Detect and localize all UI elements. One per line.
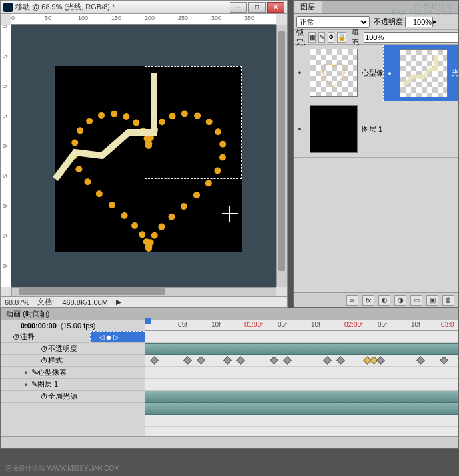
track-lane[interactable]	[145, 355, 458, 367]
window-title: 移动 @ 68.9% (光线, RGB/8) *	[15, 2, 229, 12]
status-bar: 68.87% 文档: 468.8K/1.06M ▶	[1, 296, 287, 307]
doc-size-label: 文档:	[33, 297, 58, 307]
link-icon[interactable]: ∞	[346, 295, 358, 306]
new-layer-icon[interactable]: ▣	[426, 295, 438, 306]
document-window: 移动 @ 68.9% (光线, RGB/8) * ─ □ ✕ 050100150…	[0, 0, 288, 308]
layer-thumbnail[interactable]	[310, 105, 358, 153]
track-label[interactable]: ▸ ✎ 图层 1	[1, 379, 145, 391]
layers-panel: PS教程论坛 BBS.16XX8.COM 图层 正常 不透明度: ▸ 锁定: ▦…	[293, 0, 459, 308]
tab-layers[interactable]: 图层	[294, 1, 322, 13]
trash-icon[interactable]: 🗑	[442, 295, 454, 306]
keyframe[interactable]	[440, 356, 448, 365]
minimize-button[interactable]: ─	[230, 2, 247, 13]
maximize-button[interactable]: □	[248, 2, 266, 13]
keyframe[interactable]	[183, 356, 192, 365]
scrollbar-vertical[interactable]	[276, 25, 287, 287]
visibility-icon[interactable]	[294, 69, 306, 76]
keyframe[interactable]	[270, 356, 278, 365]
tab-animation[interactable]: 动画 (时间轴)	[1, 308, 458, 320]
layer-list: 光线心型像素图层 1	[294, 45, 458, 292]
close-button[interactable]: ✕	[267, 2, 284, 13]
fill-label: 填充:	[352, 27, 361, 47]
keyframe[interactable]	[336, 356, 345, 365]
crosshair-cursor	[222, 206, 238, 222]
track-lane[interactable]	[145, 403, 458, 415]
ruler-horizontal[interactable]: 050100150200250300350400	[11, 14, 276, 25]
blend-mode-select[interactable]: 正常	[296, 16, 370, 28]
keyframe[interactable]	[416, 356, 425, 365]
folder-icon[interactable]: ▭	[410, 295, 422, 306]
opacity-label: 不透明度:	[374, 17, 405, 27]
adjustment-icon[interactable]: ◑	[394, 295, 406, 306]
track-label[interactable]: ⏱ 样式	[1, 355, 145, 367]
track-label[interactable]: ▸ ✎ 心型像素	[1, 367, 145, 379]
mask-icon[interactable]: ◐	[378, 295, 390, 306]
fill-input[interactable]	[364, 32, 458, 43]
visibility-icon[interactable]	[294, 126, 306, 132]
track-label[interactable]: ⏱ 不透明度	[1, 343, 145, 355]
visibility-icon[interactable]	[384, 70, 396, 77]
doc-size: 468.8K/1.06M	[58, 298, 112, 306]
track-lane[interactable]	[145, 415, 458, 427]
layer-name[interactable]: 光线	[452, 68, 458, 78]
watermark-top: PS教程论坛 BBS.16XX8.COM	[392, 2, 453, 17]
keyframe[interactable]	[376, 356, 385, 365]
ruler-vertical[interactable]: 050505050	[1, 25, 11, 287]
animation-panel: 动画 (时间轴) 05f10f01:00f05f10f02:00f05f10f0…	[0, 308, 459, 449]
timecode: 0:00:00:00	[21, 322, 57, 330]
layer-thumbnail[interactable]	[310, 49, 358, 97]
title-bar[interactable]: 移动 @ 68.9% (光线, RGB/8) * ─ □ ✕	[1, 1, 287, 14]
keyframe[interactable]	[323, 356, 332, 365]
layer-row[interactable]: 光线	[383, 45, 458, 101]
track-lane[interactable]	[145, 343, 458, 355]
layer-name[interactable]: 图层 1	[362, 124, 458, 134]
layers-footer: ∞ fx ◐ ◑ ▭ ▣ 🗑	[294, 292, 458, 307]
app-icon	[3, 3, 13, 12]
scrollbar-horizontal[interactable]	[11, 287, 276, 296]
zoom-level[interactable]: 68.87%	[1, 298, 33, 306]
timeline-ruler[interactable]: 05f10f01:00f05f10f02:00f05f10f03:0	[145, 320, 458, 331]
playhead[interactable]	[145, 318, 151, 324]
lock-move-icon[interactable]: ✥	[328, 32, 334, 43]
track-label[interactable]: ⏱ 全局光源	[1, 391, 145, 403]
track-lane[interactable]	[145, 379, 458, 391]
status-arrow-icon[interactable]: ▶	[112, 298, 125, 306]
watermark-bottom: 思缘设计论坛 WWW.MISSYUAN.COM	[5, 464, 120, 473]
lock-transparent-icon[interactable]: ▦	[308, 32, 316, 43]
layer-thumbnail[interactable]	[400, 49, 448, 97]
opacity-dropdown-icon[interactable]: ▸	[433, 17, 437, 26]
fx-icon[interactable]: fx	[362, 295, 374, 306]
keyframe[interactable]	[283, 356, 292, 365]
lock-all-icon[interactable]: 🔒	[337, 32, 346, 43]
keyframe[interactable]	[223, 356, 232, 365]
keyframe[interactable]	[197, 356, 205, 365]
lock-brush-icon[interactable]: ✎	[318, 32, 325, 43]
opacity-input[interactable]	[405, 17, 433, 27]
track-lane[interactable]	[145, 391, 458, 403]
animation-footer	[1, 436, 458, 448]
artwork	[55, 66, 242, 252]
canvas[interactable]	[11, 25, 276, 287]
track-lane[interactable]	[145, 367, 458, 379]
track-lane[interactable]	[145, 331, 458, 343]
keyframe[interactable]	[236, 356, 245, 365]
lock-label: 锁定:	[296, 27, 306, 47]
layer-row[interactable]: 图层 1	[294, 101, 458, 158]
fps: (15.00 fps)	[61, 322, 96, 330]
selection-marquee	[145, 66, 242, 179]
keyframe[interactable]	[150, 356, 159, 365]
